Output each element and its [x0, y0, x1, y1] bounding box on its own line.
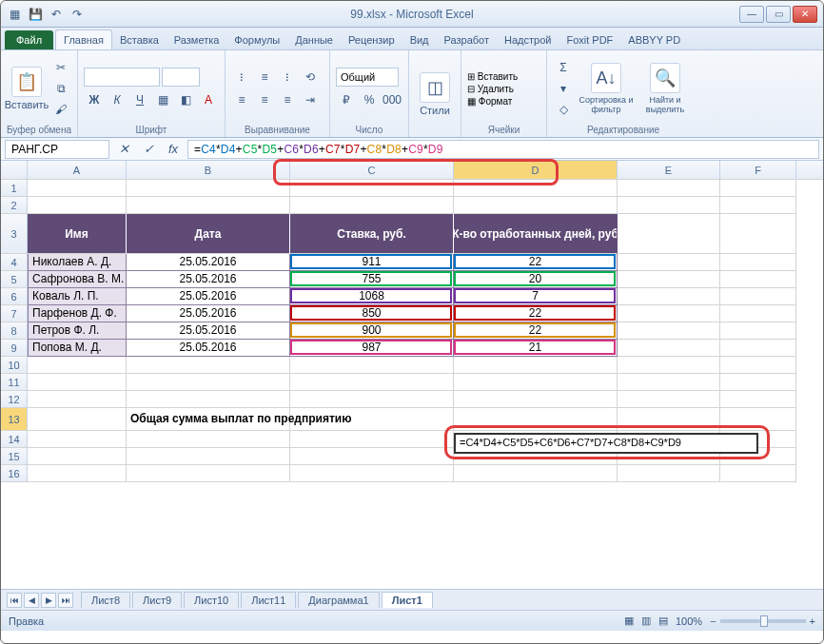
- undo-icon[interactable]: ↶: [49, 7, 64, 22]
- col-A[interactable]: A: [28, 161, 127, 179]
- paste-button[interactable]: 📋 Вставить: [7, 67, 47, 110]
- cell-D13[interactable]: [454, 408, 618, 431]
- sheet-prev-icon[interactable]: ◀: [24, 593, 39, 608]
- cell-B9[interactable]: 25.05.2016: [127, 340, 290, 357]
- minimize-button[interactable]: —: [739, 6, 764, 23]
- save-icon[interactable]: 💾: [28, 7, 43, 22]
- sheet-tab-active[interactable]: Лист1: [382, 592, 433, 608]
- cell-C4[interactable]: 911: [290, 254, 454, 271]
- comma-icon[interactable]: 000: [382, 90, 402, 109]
- row-11[interactable]: 11: [1, 374, 28, 391]
- tab-addins[interactable]: Надстрой: [497, 30, 559, 49]
- border-icon[interactable]: ▦: [152, 90, 173, 109]
- row-2[interactable]: 2: [1, 197, 28, 214]
- cell-D5[interactable]: 20: [454, 271, 618, 288]
- tab-abbyy[interactable]: ABBYY PD: [620, 30, 688, 49]
- tab-foxit[interactable]: Foxit PDF: [559, 30, 620, 49]
- cell-C5[interactable]: 755: [290, 271, 454, 288]
- col-E[interactable]: E: [618, 161, 720, 179]
- cell-A8[interactable]: Петров Ф. Л.: [28, 322, 127, 340]
- zoom-slider[interactable]: − +: [710, 615, 815, 627]
- name-box[interactable]: РАНГ.СР: [5, 140, 109, 159]
- cell-D4[interactable]: 22: [454, 254, 618, 271]
- tab-layout[interactable]: Разметка: [167, 30, 227, 49]
- active-cell-editor[interactable]: =C4*D4+C5*D5+C6*D6+C7*D7+C8*D8+C9*D9: [454, 433, 758, 454]
- select-all-corner[interactable]: [1, 161, 28, 179]
- col-D[interactable]: D: [454, 161, 618, 179]
- underline-button[interactable]: Ч: [129, 90, 150, 109]
- sheet-last-icon[interactable]: ⏭: [58, 593, 73, 608]
- format-painter-icon[interactable]: 🖌: [50, 100, 71, 119]
- row-4[interactable]: 4: [1, 254, 28, 271]
- row-15[interactable]: 15: [1, 448, 28, 465]
- cell-A7[interactable]: Парфенов Д. Ф.: [28, 305, 127, 322]
- sheet-tab[interactable]: Диаграмма1: [298, 592, 379, 608]
- col-C[interactable]: C: [290, 161, 454, 179]
- row-13[interactable]: 13: [1, 408, 28, 431]
- align-bottom-icon[interactable]: ⫶: [277, 68, 298, 87]
- indent-icon[interactable]: ⇥: [300, 90, 321, 109]
- row-3[interactable]: 3: [1, 214, 28, 254]
- orientation-icon[interactable]: ⟲: [300, 68, 321, 87]
- cell-C7[interactable]: 850: [290, 305, 454, 322]
- clear-icon[interactable]: ◇: [553, 100, 574, 119]
- row-10[interactable]: 10: [1, 357, 28, 374]
- find-select-button[interactable]: 🔍 Найти и выделить: [638, 63, 692, 114]
- font-size[interactable]: [162, 68, 200, 87]
- fill-icon[interactable]: ▾: [553, 79, 574, 98]
- row-1[interactable]: 1: [1, 180, 28, 197]
- sort-filter-button[interactable]: A↓ Сортировка и фильтр: [578, 63, 635, 114]
- view-break-icon[interactable]: ▤: [658, 615, 668, 627]
- number-format[interactable]: Общий: [336, 68, 399, 87]
- row-5[interactable]: 5: [1, 271, 28, 288]
- tab-formulas[interactable]: Формулы: [226, 30, 287, 49]
- align-left-icon[interactable]: ≡: [231, 90, 252, 109]
- row-16[interactable]: 16: [1, 465, 28, 482]
- copy-icon[interactable]: ⧉: [50, 79, 71, 98]
- font-name[interactable]: [84, 68, 160, 87]
- cell-A5[interactable]: Сафронова В. М.: [28, 271, 127, 288]
- zoom-in-icon[interactable]: +: [810, 615, 815, 627]
- cell-D8[interactable]: 22: [454, 322, 618, 340]
- percent-icon[interactable]: %: [359, 90, 380, 109]
- col-B[interactable]: B: [127, 161, 290, 179]
- cell-D6[interactable]: 7: [454, 288, 618, 305]
- view-layout-icon[interactable]: ▥: [641, 615, 651, 627]
- zoom-level[interactable]: 100%: [676, 615, 702, 627]
- close-button[interactable]: ✕: [793, 6, 817, 23]
- styles-button[interactable]: ◫ Стили: [415, 72, 455, 116]
- align-middle-icon[interactable]: ≡: [254, 68, 275, 87]
- tab-developer[interactable]: Разработ: [437, 30, 497, 49]
- cell-B6[interactable]: 25.05.2016: [127, 288, 290, 305]
- maximize-button[interactable]: ▭: [766, 6, 791, 23]
- cell-B7[interactable]: 25.05.2016: [127, 305, 290, 322]
- cell-C9[interactable]: 987: [290, 340, 454, 357]
- cells-format[interactable]: ▦ Формат: [467, 96, 518, 107]
- tab-file[interactable]: Файл: [5, 30, 53, 49]
- redo-icon[interactable]: ↷: [69, 7, 85, 22]
- worksheet[interactable]: A B C D E F 1 2 3 Имя Дата Ставка, руб. …: [1, 161, 823, 589]
- cell-C6[interactable]: 1068: [290, 288, 454, 305]
- fx-icon[interactable]: fx: [163, 140, 184, 159]
- align-center-icon[interactable]: ≡: [254, 90, 275, 109]
- sheet-first-icon[interactable]: ⏮: [7, 593, 22, 608]
- align-top-icon[interactable]: ⫶: [231, 68, 252, 87]
- sheet-tab[interactable]: Лист11: [241, 592, 296, 608]
- cancel-formula-icon[interactable]: ✕: [113, 140, 134, 159]
- align-right-icon[interactable]: ≡: [277, 90, 298, 109]
- sheet-next-icon[interactable]: ▶: [41, 593, 56, 608]
- col-F[interactable]: F: [720, 161, 796, 179]
- currency-icon[interactable]: ₽: [336, 90, 357, 109]
- cell-B4[interactable]: 25.05.2016: [127, 254, 290, 271]
- cell-A9[interactable]: Попова М. Д.: [28, 340, 127, 357]
- cut-icon[interactable]: ✂: [50, 58, 71, 77]
- zoom-out-icon[interactable]: −: [710, 615, 716, 627]
- bold-button[interactable]: Ж: [84, 90, 105, 109]
- tab-home[interactable]: Главная: [55, 29, 112, 49]
- cell-B5[interactable]: 25.05.2016: [127, 271, 290, 288]
- cell-D7[interactable]: 22: [454, 305, 618, 322]
- row-8[interactable]: 8: [1, 322, 28, 340]
- cell-B8[interactable]: 25.05.2016: [127, 322, 290, 340]
- cells-delete[interactable]: ⊟ Удалить: [467, 84, 518, 94]
- tab-data[interactable]: Данные: [287, 30, 341, 49]
